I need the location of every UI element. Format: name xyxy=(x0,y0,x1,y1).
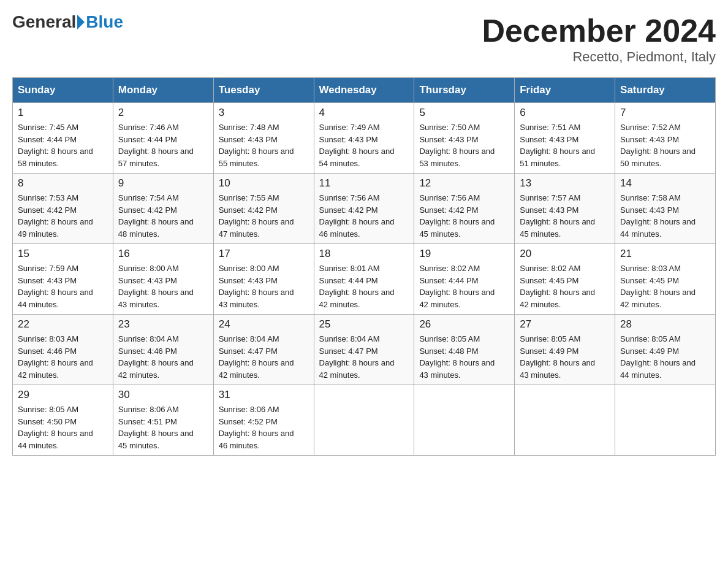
calendar-cell: 1 Sunrise: 7:45 AMSunset: 4:44 PMDayligh… xyxy=(13,103,113,174)
calendar-header-row: SundayMondayTuesdayWednesdayThursdayFrid… xyxy=(13,78,716,103)
day-info: Sunrise: 7:59 AMSunset: 4:43 PMDaylight:… xyxy=(18,262,108,310)
day-number: 26 xyxy=(419,318,509,331)
week-row-3: 15 Sunrise: 7:59 AMSunset: 4:43 PMDaylig… xyxy=(13,244,716,315)
day-number: 5 xyxy=(419,107,509,119)
day-info: Sunrise: 8:04 AMSunset: 4:47 PMDaylight:… xyxy=(219,333,309,381)
day-info: Sunrise: 8:05 AMSunset: 4:49 PMDaylight:… xyxy=(620,333,710,381)
calendar-cell xyxy=(314,385,414,456)
calendar-cell: 5 Sunrise: 7:50 AMSunset: 4:43 PMDayligh… xyxy=(414,103,515,174)
calendar-cell: 28 Sunrise: 8:05 AMSunset: 4:49 PMDaylig… xyxy=(615,315,716,385)
calendar-cell: 25 Sunrise: 8:04 AMSunset: 4:47 PMDaylig… xyxy=(314,315,414,385)
day-info: Sunrise: 8:05 AMSunset: 4:49 PMDaylight:… xyxy=(520,333,610,381)
calendar-cell: 10 Sunrise: 7:55 AMSunset: 4:42 PMDaylig… xyxy=(213,174,314,244)
week-row-4: 22 Sunrise: 8:03 AMSunset: 4:46 PMDaylig… xyxy=(13,315,716,385)
calendar-cell: 17 Sunrise: 8:00 AMSunset: 4:43 PMDaylig… xyxy=(213,244,314,315)
day-info: Sunrise: 8:06 AMSunset: 4:51 PMDaylight:… xyxy=(118,404,208,451)
day-number: 29 xyxy=(18,389,108,401)
day-info: Sunrise: 8:03 AMSunset: 4:46 PMDaylight:… xyxy=(18,333,108,381)
day-info: Sunrise: 8:05 AMSunset: 4:48 PMDaylight:… xyxy=(419,333,509,381)
day-number: 22 xyxy=(18,318,108,331)
day-info: Sunrise: 8:02 AMSunset: 4:45 PMDaylight:… xyxy=(520,262,610,310)
day-number: 20 xyxy=(520,248,610,260)
calendar-table: SundayMondayTuesdayWednesdayThursdayFrid… xyxy=(12,77,716,456)
calendar-header-sunday: Sunday xyxy=(13,78,113,103)
day-info: Sunrise: 8:01 AMSunset: 4:44 PMDaylight:… xyxy=(319,262,409,310)
day-info: Sunrise: 8:02 AMSunset: 4:44 PMDaylight:… xyxy=(419,262,509,310)
day-info: Sunrise: 8:03 AMSunset: 4:45 PMDaylight:… xyxy=(620,262,710,310)
calendar-cell: 11 Sunrise: 7:56 AMSunset: 4:42 PMDaylig… xyxy=(314,174,414,244)
day-info: Sunrise: 8:00 AMSunset: 4:43 PMDaylight:… xyxy=(219,262,309,310)
day-number: 23 xyxy=(118,318,208,331)
logo-blue-text: Blue xyxy=(86,12,123,32)
calendar-cell: 8 Sunrise: 7:53 AMSunset: 4:42 PMDayligh… xyxy=(13,174,113,244)
calendar-cell: 16 Sunrise: 8:00 AMSunset: 4:43 PMDaylig… xyxy=(113,244,213,315)
calendar-cell xyxy=(515,385,615,456)
day-number: 27 xyxy=(520,318,610,331)
calendar-cell: 2 Sunrise: 7:46 AMSunset: 4:44 PMDayligh… xyxy=(113,103,213,174)
day-number: 30 xyxy=(118,389,208,401)
calendar-header-monday: Monday xyxy=(113,78,213,103)
day-info: Sunrise: 7:57 AMSunset: 4:43 PMDaylight:… xyxy=(520,192,610,240)
title-section: December 2024 Recetto, Piedmont, Italy xyxy=(482,12,716,65)
day-number: 14 xyxy=(620,177,710,190)
day-info: Sunrise: 8:06 AMSunset: 4:52 PMDaylight:… xyxy=(219,404,309,451)
day-number: 12 xyxy=(419,177,509,190)
day-info: Sunrise: 8:04 AMSunset: 4:47 PMDaylight:… xyxy=(319,333,409,381)
calendar-cell xyxy=(615,385,716,456)
logo-arrow-icon xyxy=(77,15,85,29)
day-number: 31 xyxy=(219,389,309,401)
day-number: 7 xyxy=(620,107,710,119)
calendar-cell: 23 Sunrise: 8:04 AMSunset: 4:46 PMDaylig… xyxy=(113,315,213,385)
day-info: Sunrise: 7:55 AMSunset: 4:42 PMDaylight:… xyxy=(219,192,309,240)
logo-general-text: General xyxy=(12,12,76,32)
day-info: Sunrise: 7:52 AMSunset: 4:43 PMDaylight:… xyxy=(620,121,710,169)
day-number: 8 xyxy=(18,177,108,190)
day-info: Sunrise: 7:56 AMSunset: 4:42 PMDaylight:… xyxy=(419,192,509,240)
calendar-header-tuesday: Tuesday xyxy=(213,78,314,103)
calendar-cell: 14 Sunrise: 7:58 AMSunset: 4:43 PMDaylig… xyxy=(615,174,716,244)
calendar-cell: 30 Sunrise: 8:06 AMSunset: 4:51 PMDaylig… xyxy=(113,385,213,456)
day-info: Sunrise: 7:51 AMSunset: 4:43 PMDaylight:… xyxy=(520,121,610,169)
calendar-header-friday: Friday xyxy=(515,78,615,103)
page-header: General Blue December 2024 Recetto, Pied… xyxy=(12,12,716,65)
calendar-cell: 15 Sunrise: 7:59 AMSunset: 4:43 PMDaylig… xyxy=(13,244,113,315)
day-number: 21 xyxy=(620,248,710,260)
day-info: Sunrise: 7:49 AMSunset: 4:43 PMDaylight:… xyxy=(319,121,409,169)
day-info: Sunrise: 7:53 AMSunset: 4:42 PMDaylight:… xyxy=(18,192,108,240)
calendar-cell: 27 Sunrise: 8:05 AMSunset: 4:49 PMDaylig… xyxy=(515,315,615,385)
calendar-cell: 21 Sunrise: 8:03 AMSunset: 4:45 PMDaylig… xyxy=(615,244,716,315)
day-number: 16 xyxy=(118,248,208,260)
day-number: 13 xyxy=(520,177,610,190)
calendar-cell: 19 Sunrise: 8:02 AMSunset: 4:44 PMDaylig… xyxy=(414,244,515,315)
calendar-cell: 31 Sunrise: 8:06 AMSunset: 4:52 PMDaylig… xyxy=(213,385,314,456)
day-number: 17 xyxy=(219,248,309,260)
day-number: 15 xyxy=(18,248,108,260)
calendar-cell: 12 Sunrise: 7:56 AMSunset: 4:42 PMDaylig… xyxy=(414,174,515,244)
calendar-cell: 24 Sunrise: 8:04 AMSunset: 4:47 PMDaylig… xyxy=(213,315,314,385)
logo: General Blue xyxy=(12,12,123,32)
day-number: 6 xyxy=(520,107,610,119)
day-number: 3 xyxy=(219,107,309,119)
calendar-header-thursday: Thursday xyxy=(414,78,515,103)
day-info: Sunrise: 8:04 AMSunset: 4:46 PMDaylight:… xyxy=(118,333,208,381)
day-number: 25 xyxy=(319,318,409,331)
day-number: 28 xyxy=(620,318,710,331)
calendar-header-wednesday: Wednesday xyxy=(314,78,414,103)
week-row-5: 29 Sunrise: 8:05 AMSunset: 4:50 PMDaylig… xyxy=(13,385,716,456)
calendar-cell xyxy=(414,385,515,456)
day-info: Sunrise: 7:54 AMSunset: 4:42 PMDaylight:… xyxy=(118,192,208,240)
day-number: 18 xyxy=(319,248,409,260)
calendar-cell: 13 Sunrise: 7:57 AMSunset: 4:43 PMDaylig… xyxy=(515,174,615,244)
calendar-cell: 7 Sunrise: 7:52 AMSunset: 4:43 PMDayligh… xyxy=(615,103,716,174)
day-number: 24 xyxy=(219,318,309,331)
day-info: Sunrise: 7:58 AMSunset: 4:43 PMDaylight:… xyxy=(620,192,710,240)
day-number: 4 xyxy=(319,107,409,119)
day-number: 19 xyxy=(419,248,509,260)
day-number: 1 xyxy=(18,107,108,119)
day-info: Sunrise: 7:46 AMSunset: 4:44 PMDaylight:… xyxy=(118,121,208,169)
week-row-1: 1 Sunrise: 7:45 AMSunset: 4:44 PMDayligh… xyxy=(13,103,716,174)
day-info: Sunrise: 7:56 AMSunset: 4:42 PMDaylight:… xyxy=(319,192,409,240)
day-info: Sunrise: 8:00 AMSunset: 4:43 PMDaylight:… xyxy=(118,262,208,310)
calendar-header-saturday: Saturday xyxy=(615,78,716,103)
calendar-cell: 6 Sunrise: 7:51 AMSunset: 4:43 PMDayligh… xyxy=(515,103,615,174)
